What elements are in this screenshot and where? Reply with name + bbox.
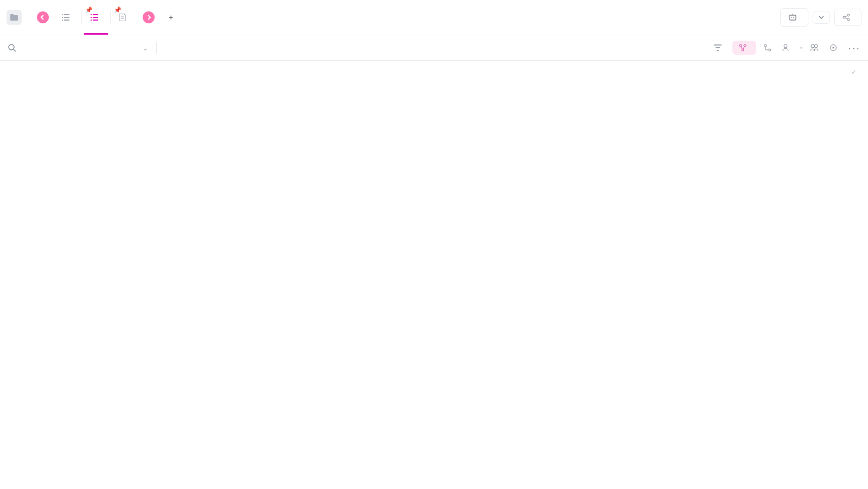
list-icon [91,14,98,21]
chevron-down-icon[interactable]: ⌄ [142,43,149,52]
svg-rect-0 [789,15,796,20]
svg-point-16 [833,47,834,49]
search-wrap: ⌄ [8,43,149,52]
svg-point-9 [742,49,744,51]
toolbar: ⌄ • ··· [0,35,868,61]
subtasks-icon [764,44,771,52]
me-button[interactable] [782,44,792,52]
svg-point-4 [847,14,850,16]
plus-icon: + [169,13,173,22]
show-button[interactable] [829,44,840,52]
more-button[interactable]: ··· [848,42,860,54]
list-icon [62,14,69,21]
tab-how-to-use[interactable]: 📌 [111,4,138,30]
svg-point-6 [9,44,14,50]
svg-point-11 [769,49,771,51]
robot-icon [788,13,797,22]
svg-point-12 [784,44,787,48]
svg-point-14 [814,44,818,48]
svg-point-1 [791,17,792,18]
group-icon [739,44,746,52]
group-by-button[interactable] [732,41,756,55]
filter-button[interactable] [714,44,725,51]
tab-list[interactable] [53,4,81,30]
share-button[interactable] [834,9,861,26]
svg-point-10 [764,44,767,47]
search-icon [8,43,16,52]
user-icon [782,44,789,52]
svg-point-3 [843,16,845,18]
search-input[interactable] [21,43,138,52]
pin-icon: 📌 [85,7,93,14]
assignees-button[interactable] [810,44,822,52]
svg-point-13 [811,44,814,48]
subtasks-button[interactable] [764,44,775,52]
show-closed-button[interactable]: ✓ [0,61,868,83]
doc-icon [119,14,126,21]
svg-point-2 [793,17,794,18]
nav-back-button[interactable] [37,11,49,23]
svg-point-7 [739,44,742,47]
tab-tasks-by-department[interactable]: 📌 [82,4,110,30]
share-icon [843,14,850,21]
filter-icon [714,44,722,51]
view-tabs: 📌 📌 [53,4,138,30]
divider [138,11,138,24]
topbar: 📌 📌 + [0,0,868,35]
chevron-down-icon [819,16,824,19]
svg-point-8 [744,44,746,47]
add-view-button[interactable]: + [161,9,184,26]
circle-dot-icon [829,44,837,52]
pin-icon: 📌 [114,7,122,14]
nav-forward-button[interactable] [143,11,155,23]
folder-icon[interactable] [7,10,22,25]
automate-dropdown[interactable] [813,11,830,24]
svg-point-5 [847,18,850,21]
users-icon [810,44,819,52]
automate-button[interactable] [780,8,808,27]
divider [156,42,157,54]
